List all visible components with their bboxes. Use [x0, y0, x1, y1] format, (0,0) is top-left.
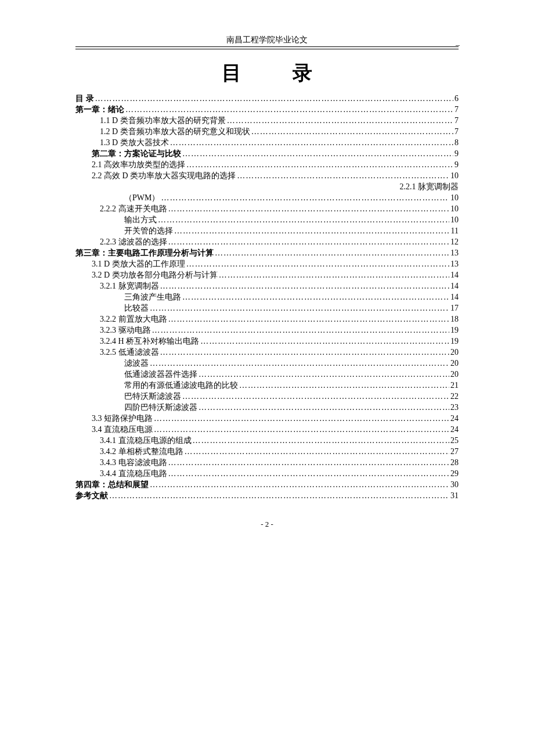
- toc-leader-dots: [95, 95, 454, 103]
- toc-leader-dots: [237, 172, 449, 180]
- page-number-footer: - 2 -: [75, 520, 459, 529]
- toc-entry: 低通滤波器器件选择20: [75, 370, 459, 379]
- toc-entry-page: 21: [450, 381, 459, 390]
- toc-leader-dots: [215, 249, 449, 257]
- toc-leader-dots: [160, 348, 450, 357]
- toc-leader-dots: [158, 216, 449, 224]
- toc-leader-dots: [154, 426, 449, 434]
- toc-entry: 三角波产生电路14: [75, 293, 459, 301]
- toc-entry-page: 19: [450, 326, 459, 334]
- toc-entry-page: 10: [450, 205, 459, 213]
- toc-entry-page: 17: [450, 304, 459, 312]
- toc-entry-page: 14: [450, 271, 459, 279]
- toc-leader-dots: [182, 293, 449, 301]
- toc-entry: 参考文献31: [75, 492, 459, 500]
- toc-leader-dots: [227, 117, 453, 125]
- toc-leader-dots: [168, 315, 450, 323]
- page-container: 南昌工程学院毕业论文 – 目 录 目 录6第一章：绪论71.1 D 类音频功率放…: [0, 0, 534, 552]
- toc-entry: 3.4.1 直流稳压电源的组成25: [75, 437, 459, 445]
- toc-entry-label: 2.1 高效率功放类型的选择: [92, 161, 185, 169]
- toc-entry: 3.4.4 直流稳压电路29: [75, 470, 459, 478]
- toc-entry-page: 20: [450, 359, 459, 368]
- toc-entry-page: 7: [454, 106, 459, 114]
- toc-entry-label: 1.1 D 类音频功率放大器的研究背景: [100, 117, 226, 125]
- toc-entry-page: 10: [450, 172, 459, 180]
- toc-entry: 3.2.1 脉宽调制器14: [75, 282, 459, 290]
- toc-entry-label: 低通滤波器器件选择: [124, 370, 197, 379]
- toc-entry-page: 6: [454, 95, 459, 103]
- page-title: 目 录: [75, 60, 459, 87]
- toc-leader-dots: [186, 260, 449, 268]
- toc-entry-page: 14: [450, 282, 459, 290]
- toc-entry-label: 3.1 D 类放大器的工作原理: [92, 260, 185, 268]
- toc-entry-page: 13: [450, 249, 459, 257]
- toc-leader-dots: [168, 459, 450, 467]
- toc-entry-page: 29: [450, 470, 459, 478]
- toc-entry-label: 参考文献: [75, 492, 108, 500]
- toc-leader-dots: [168, 470, 450, 478]
- toc-entry: 1.1 D 类音频功率放大器的研究背景7: [75, 117, 459, 125]
- toc-entry-page: 13: [450, 260, 459, 268]
- toc-entry-label: 三角波产生电路: [124, 293, 181, 301]
- toc-entry-page: 24: [450, 426, 459, 434]
- toc-entry: 1.3 D 类放大器技术8: [75, 139, 459, 147]
- toc-entry: 2.1 高效率功放类型的选择9: [75, 161, 459, 169]
- toc-entry-page: 19: [450, 337, 459, 345]
- toc-leader-dots: [185, 448, 450, 456]
- toc-entry-pwm-right: 2.2.1 脉宽调制器: [75, 183, 459, 191]
- toc-entry-page: 8: [454, 139, 459, 147]
- toc-entry: 3.3 短路保护电路24: [75, 415, 459, 423]
- header-rule: [75, 49, 459, 49]
- toc-leader-dots: [168, 205, 450, 213]
- toc-entry: 3.2.3 驱动电路19: [75, 326, 459, 334]
- toc-entry: 四阶巴特沃斯滤波器23: [75, 404, 459, 412]
- toc-entry-page: 9: [454, 150, 459, 158]
- toc-leader-dots: [152, 326, 450, 334]
- toc-entry-label: 2.2.2 高速开关电路: [100, 205, 167, 213]
- toc-entry-label: 比较器: [124, 304, 149, 312]
- toc-entry: 2.2.3 滤波器的选择12: [75, 238, 459, 246]
- toc-entry: 第二章：方案论证与比较9: [75, 150, 459, 158]
- toc-leader-dots: [160, 282, 450, 290]
- toc-entry-label: 3.4.1 直流稳压电源的组成: [100, 437, 192, 445]
- toc-leader-dots: [199, 370, 449, 379]
- toc-entry: 3.2.2 前置放大电路18: [75, 315, 459, 323]
- toc-entry-label: 3.2.3 驱动电路: [100, 326, 151, 334]
- toc-entry: （PWM）10: [75, 194, 459, 202]
- toc-entry: 比较器17: [75, 304, 459, 312]
- toc-entry-label: 3.4.4 直流稳压电路: [100, 470, 167, 478]
- toc-entry-page: 23: [450, 404, 459, 412]
- toc-entry: 3.4.3 电容滤波电路28: [75, 459, 459, 467]
- toc-entry: 巴特沃斯滤波器22: [75, 393, 459, 401]
- toc-entry-label: 3.2 D 类功放各部分电路分析与计算: [92, 271, 218, 279]
- toc-entry-label: 3.2.4 H 桥互补对称输出电路: [100, 337, 199, 345]
- toc-leader-dots: [239, 381, 449, 390]
- toc-entry-page: 10: [450, 194, 459, 202]
- toc-leader-dots: [186, 161, 453, 169]
- toc-entry: 第一章：绪论7: [75, 106, 459, 114]
- toc-entry-label: 3.2.2 前置放大电路: [100, 315, 167, 323]
- toc-entry-page: 18: [450, 315, 459, 323]
- toc-leader-dots: [150, 481, 449, 489]
- toc-entry-label: 第三章：主要电路工作原理分析与计算: [75, 249, 214, 257]
- toc-entry-label: 3.4.3 电容滤波电路: [100, 459, 167, 467]
- toc-entry-page: 20: [450, 348, 459, 357]
- toc-leader-dots: [125, 106, 453, 114]
- toc-entry-label: 巴特沃斯滤波器: [124, 393, 181, 401]
- toc-entry: 3.2.4 H 桥互补对称输出电路19: [75, 337, 459, 345]
- toc-entry-label: 3.2.5 低通滤波器: [100, 348, 159, 357]
- toc-leader-dots: [182, 393, 449, 401]
- toc-leader-dots: [251, 128, 453, 136]
- toc-leader-dots: [154, 415, 449, 423]
- toc-leader-dots: [174, 227, 450, 235]
- toc-leader-dots: [170, 139, 453, 147]
- header-text: 南昌工程学院毕业论文: [226, 35, 308, 44]
- toc-entry: 目 录6: [75, 95, 459, 103]
- toc-entry: 第四章：总结和展望30: [75, 481, 459, 489]
- toc-entry-page: 27: [450, 448, 459, 456]
- toc-entry: 2.2.2 高速开关电路10: [75, 205, 459, 213]
- toc-entry-label: 2.2.3 滤波器的选择: [100, 238, 167, 246]
- table-of-contents: 目 录6第一章：绪论71.1 D 类音频功率放大器的研究背景71.2 D 类音频…: [75, 95, 459, 500]
- toc-entry-label: 1.3 D 类放大器技术: [100, 139, 169, 147]
- toc-entry: 1.2 D 类音频功率放大器的研究意义和现状7: [75, 128, 459, 136]
